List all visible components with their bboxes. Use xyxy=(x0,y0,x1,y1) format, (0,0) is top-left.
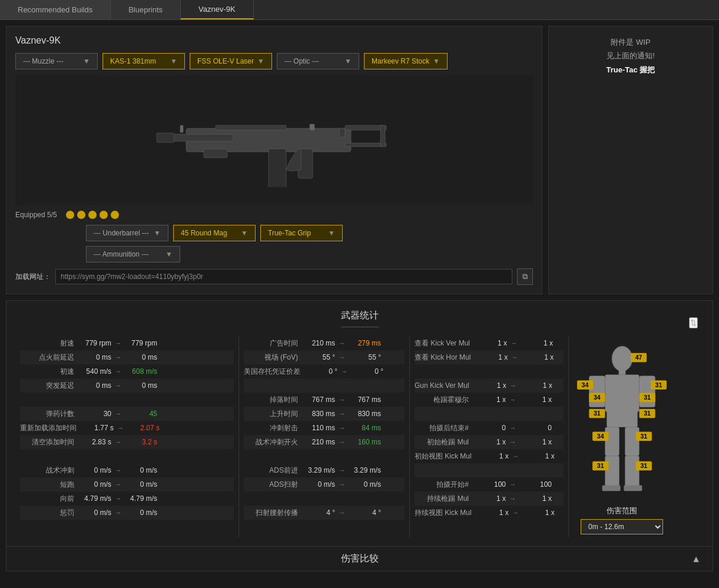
arrow-icon: → xyxy=(339,424,345,431)
stat-val-before: 2.83 s xyxy=(79,438,111,446)
stat-val-after: 1 x xyxy=(519,438,552,446)
svg-text:31: 31 xyxy=(594,410,601,417)
stat-row: 查看 Kick Ver Mul 1 x → 1 x xyxy=(415,336,564,350)
svg-rect-23 xyxy=(602,486,621,491)
barrel-slot[interactable]: KAS-1 381mm ▼ xyxy=(102,53,185,69)
stat-val-after: 1 x xyxy=(522,509,555,517)
stat-row: 重新加载添加时间 1.77 s → 2.07 s xyxy=(20,421,234,435)
dot-2 xyxy=(77,211,85,219)
stat-val-after: 779 rpm xyxy=(125,339,157,347)
stat-label: 查看 Kick Ver Mul xyxy=(415,338,475,348)
rear-grip-slot[interactable]: True-Tac Grip ▼ xyxy=(260,225,343,241)
human-figure-area: 47 34 31 34 31 31 xyxy=(574,336,670,537)
stat-val-before: 0 xyxy=(473,424,506,432)
stat-row-empty xyxy=(20,393,234,407)
arrow-icon: → xyxy=(115,410,121,417)
stat-val-before: 0 m/s xyxy=(79,509,111,517)
stat-col-4: 47 34 31 34 31 31 xyxy=(569,336,675,537)
stat-row-empty xyxy=(20,449,234,463)
stat-row: 持续视图 Kick Mul 1 x → 1 x xyxy=(415,506,564,520)
stat-row: 持续枪踢 Mul 1 x → 1 x xyxy=(415,491,564,506)
stat-val-after: 1 x xyxy=(519,396,552,404)
stat-row: 查看 Kick Hor Mul 1 x → 1 x xyxy=(415,350,564,364)
stat-label: ADS前进 xyxy=(244,466,303,476)
stat-val-before: 779 rpm xyxy=(79,339,111,347)
stat-label: 拍摄开始# xyxy=(415,480,473,490)
stat-label: 突发延迟 xyxy=(20,381,79,391)
arrow-icon: → xyxy=(339,467,345,474)
stat-row: 向前 4.79 m/s → 4.79 m/s xyxy=(20,491,234,506)
laser-slot[interactable]: FSS OLE-V Laser ▼ xyxy=(190,53,272,69)
arrow-icon: → xyxy=(339,509,345,516)
stat-val-after: 1 x xyxy=(521,339,553,347)
copy-button[interactable]: ⧉ xyxy=(517,268,533,285)
main-layout: Vaznev-9K --- Muzzle --- ▼ KAS-1 381mm ▼… xyxy=(0,20,719,300)
svg-rect-2 xyxy=(157,133,174,142)
arrow-icon: → xyxy=(341,368,347,375)
optic-slot[interactable]: --- Optic --- ▼ xyxy=(277,53,359,69)
magazine-slot[interactable]: 45 Round Mag ▼ xyxy=(173,225,256,241)
arrow-icon: → xyxy=(509,495,516,502)
arrow-icon: → xyxy=(115,354,121,361)
equipped-dots xyxy=(66,211,119,219)
arrow-icon: → xyxy=(512,453,519,460)
damage-range-select[interactable]: 0m - 12.6m xyxy=(581,519,663,534)
blueprints-btn[interactable]: Blueprints xyxy=(111,0,181,19)
stock-slot[interactable]: Markeev R7 Stock ▼ xyxy=(364,53,448,69)
stat-row: 战术冲刺开火 210 ms → 160 ms xyxy=(244,435,405,449)
svg-rect-18 xyxy=(607,410,637,427)
svg-text:31: 31 xyxy=(644,394,651,401)
attachment-row-3: --- Ammunition --- ▼ xyxy=(86,246,533,263)
stat-val-after: 0 m/s xyxy=(125,466,157,474)
equipped-label: Equipped 5/5 xyxy=(15,211,57,219)
stat-label: 向前 xyxy=(20,494,79,504)
arrow-icon: → xyxy=(115,368,121,375)
svg-text:31: 31 xyxy=(640,462,647,469)
stat-label: 战术冲刺开火 xyxy=(244,437,303,447)
stat-val-after: 0 m/s xyxy=(125,480,157,489)
url-row: 加载网址： ⧉ xyxy=(15,268,533,285)
notice-line1: 附件是 WIP xyxy=(558,35,704,49)
stat-row-empty xyxy=(244,491,405,506)
stat-row: 拍摄后结束# 0 → 0 xyxy=(415,421,564,435)
stat-row: 点火前延迟 0 ms → 0 ms xyxy=(20,350,234,364)
url-input[interactable] xyxy=(55,269,512,284)
notice-highlight: True-Tac 握把 xyxy=(558,63,704,77)
stat-val-before: 30 xyxy=(79,410,111,418)
equipped-row: Equipped 5/5 xyxy=(15,211,533,219)
stat-val-after: 0 ms xyxy=(125,381,157,390)
vaznev-tab[interactable]: Vaznev-9K xyxy=(181,0,254,19)
stat-val-after: 2.07 s xyxy=(127,424,160,432)
stat-val-after: 55 ° xyxy=(349,353,381,361)
stat-row: 战术冲刺 0 m/s → 0 m/s xyxy=(20,463,234,477)
stat-label: 初速 xyxy=(20,367,79,377)
ammunition-slot[interactable]: --- Ammunition --- ▼ xyxy=(86,246,180,263)
url-label: 加载网址： xyxy=(15,272,51,282)
attachment-row-2: --- Underbarrel --- ▼ 45 Round Mag ▼ Tru… xyxy=(86,225,533,241)
stat-row: 拍摄开始# 100 → 100 xyxy=(415,477,564,491)
stat-row: 枪踢霍穆尔 1 x → 1 x xyxy=(415,393,564,407)
stat-row: 掉落时间 767 ms → 767 ms xyxy=(244,393,405,407)
svg-text:31: 31 xyxy=(655,381,662,388)
stat-row: 清空添加时间 2.83 s → 3.2 s xyxy=(20,435,234,449)
stat-val-after: 45 xyxy=(125,410,157,418)
stat-label: 初始视图 Kick Mul xyxy=(415,451,476,461)
arrow-icon: → xyxy=(115,481,121,488)
arrow-icon: → xyxy=(115,467,121,474)
stat-val-before: 4 ° xyxy=(303,509,335,517)
recommended-builds-btn[interactable]: Recommended Builds xyxy=(0,0,111,19)
chevron-icon: ▼ xyxy=(170,57,177,65)
chevron-icon: ▼ xyxy=(433,57,440,65)
stat-val-before: 1 x xyxy=(476,452,509,460)
muzzle-slot[interactable]: --- Muzzle --- ▼ xyxy=(15,53,98,69)
filter-icon[interactable]: ⇅ xyxy=(689,317,698,328)
stat-row: 美国存托凭证价差 0 ° → 0 ° xyxy=(244,364,405,378)
arrow-icon: → xyxy=(511,354,518,361)
stat-label: 枪踢霍穆尔 xyxy=(415,395,473,405)
chevron-icon: ▼ xyxy=(344,57,352,65)
expand-button[interactable]: ▲ xyxy=(691,554,701,564)
svg-text:34: 34 xyxy=(597,433,604,440)
stat-row: 广告时间 210 ms → 279 ms xyxy=(244,336,405,350)
underbarrel-slot[interactable]: --- Underbarrel --- ▼ xyxy=(86,225,168,241)
arrow-icon: → xyxy=(115,340,121,347)
